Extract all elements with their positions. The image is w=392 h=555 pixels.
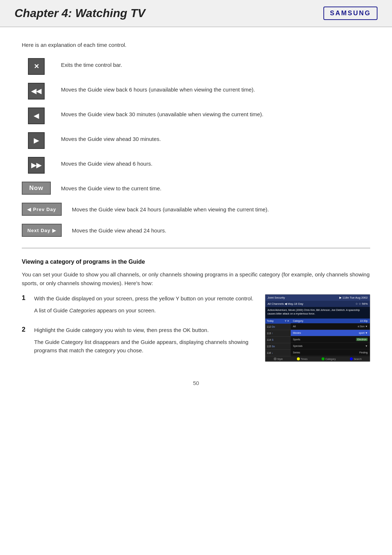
double-back-icon-container: ◀◀ xyxy=(22,83,51,100)
double-fwd-description: Moves the Guide view ahead 6 hours. xyxy=(61,157,152,168)
tv-cat-movies-right: sport ▼ xyxy=(359,332,368,334)
single-back-icon-container: ◀ xyxy=(22,108,51,124)
tv-screenshot: Joint Security ▶ 118n Tue Aug 2002 All C… xyxy=(265,294,370,362)
tv-cat-item-sports: Sports Electron xyxy=(291,336,370,343)
now-button-icon: Now xyxy=(22,182,51,195)
tv-ch-label-So: So xyxy=(272,345,275,348)
tv-channel-row-112: 112 Do xyxy=(265,324,291,330)
tv-category-header: Category 10:30p xyxy=(291,319,370,323)
step-1: 1 With the Guide displayed on your scree… xyxy=(22,294,254,319)
single-fwd-icon-container: ▶ xyxy=(22,132,51,149)
tv-ch-label-a: ↑ xyxy=(272,332,273,335)
tv-program-desc: Action/Adventure, Movie (2000) Chris Kim… xyxy=(265,307,370,319)
tv-cat-series-right: Finding xyxy=(359,351,368,354)
tv-top-bar: Joint Security ▶ 118n Tue Aug 2002 xyxy=(265,295,370,301)
tv-button-row: Style Times Category Search xyxy=(265,356,370,361)
page-header: Chapter 4: Watching TV SAMSUNG xyxy=(0,0,392,27)
tv-btn-style: Style xyxy=(274,357,283,360)
single-back-description: Moves the Guide view back 30 minutes (un… xyxy=(61,108,264,119)
category-section-heading: Viewing a category of programs in the Gu… xyxy=(22,259,370,265)
tv-time-label: Y ✕ xyxy=(285,320,290,323)
tv-cat-specials: Specials xyxy=(293,345,302,347)
section-divider xyxy=(22,248,370,248)
tv-top-right: ▶ 118n Tue Aug 2002 xyxy=(339,296,368,299)
tv-cat-specials-right: ▼ xyxy=(365,345,368,347)
tv-ch-label-Do2: ↓ xyxy=(272,352,273,354)
tv-btn-category-label: Category xyxy=(325,358,335,360)
step-1-text: With the Guide displayed on your screen,… xyxy=(34,295,253,301)
tv-ch-label-Do: Do xyxy=(272,325,275,328)
step-1-sub-suffix: appears on your screen. xyxy=(95,307,156,313)
single-fwd-description: Moves the Guide view ahead 30 minutes. xyxy=(61,132,161,143)
tv-ch-num-114: 114 xyxy=(267,339,271,341)
control-row-now: Now Moves the Guide view to the current … xyxy=(22,182,370,195)
tv-channel-row-114: 114 S xyxy=(265,337,291,343)
tv-ch-num-116: 116 xyxy=(267,352,271,354)
now-icon-container: Now xyxy=(22,182,51,195)
tv-category-list: Category 10:30p All e:Son ▼ Movies sport… xyxy=(291,319,370,356)
btn-search-icon xyxy=(350,357,353,360)
step-1-number: 1 xyxy=(22,294,29,302)
tv-btn-style-label: Style xyxy=(277,358,283,360)
tv-ch-num-112: 112 xyxy=(267,325,271,328)
tv-today-label: Today xyxy=(267,320,274,323)
control-row-single-fwd: ▶ Moves the Guide view ahead 30 minutes. xyxy=(22,132,370,149)
control-row-single-back: ◀ Moves the Guide view back 30 minutes (… xyxy=(22,108,370,124)
tv-cat-sports: Sports xyxy=(293,338,300,341)
double-back-description: Moves the Guide view back 6 hours (unava… xyxy=(61,83,255,94)
step-2-number: 2 xyxy=(22,326,29,333)
tv-program-text: Action/Adventure, Movie (2000) Chris Kim… xyxy=(268,309,360,315)
steps-area: 1 With the Guide displayed on your scree… xyxy=(22,294,370,365)
tv-channel-label: All Channels ◀ May-18 Day xyxy=(268,302,303,305)
btn-times-icon xyxy=(297,357,300,360)
tv-title: Joint Security xyxy=(268,296,285,299)
tv-btn-search-label: Search xyxy=(354,358,362,360)
tv-cat-item-all: All e:Son ▼ xyxy=(291,323,370,330)
tv-channel-right: ☆ ☆ 56% xyxy=(355,302,368,305)
step-1-content: With the Guide displayed on your screen,… xyxy=(34,294,253,319)
next-day-button-icon: Next Day ▶ xyxy=(22,224,62,237)
tv-cat-item-series: Series Finding xyxy=(291,349,370,356)
page-number: 50 xyxy=(22,380,370,386)
tv-cat-item-movies: Movies sport ▼ xyxy=(291,330,370,336)
prev-day-icon-container: ◀ Prev Day xyxy=(22,203,62,216)
double-back-icon: ◀◀ xyxy=(28,83,45,100)
control-table: ✕ Exits the time control bar. ◀◀ Moves t… xyxy=(22,58,370,237)
tv-channel-row-115: 115 So xyxy=(265,343,291,350)
tv-cat-movies: Movies xyxy=(293,332,301,334)
double-fwd-icon: ▶▶ xyxy=(28,157,45,174)
control-row-next-day: Next Day ▶ Moves the Guide view ahead 24… xyxy=(22,224,370,237)
step-2-sub-text: The Guide Category list disappears and t… xyxy=(34,339,248,353)
tv-btn-times-label: Times xyxy=(301,358,307,360)
prev-day-button-icon: ◀ Prev Day xyxy=(22,203,62,216)
control-row-x: ✕ Exits the time control bar. xyxy=(22,58,370,75)
exit-icon-container: ✕ xyxy=(22,58,51,75)
double-fwd-icon-container: ▶▶ xyxy=(22,157,51,174)
tv-btn-category: Category xyxy=(322,357,335,360)
tv-ch-num-113: 113 xyxy=(267,332,271,335)
step-2-content: Highlight the Guide category you wish to… xyxy=(34,326,254,358)
step-1-italic: Categories xyxy=(69,307,96,313)
tv-ch-num-115: 115 xyxy=(267,345,271,348)
step-2: 2 Highlight the Guide category you wish … xyxy=(22,326,254,358)
tv-cat-time: 10:30p xyxy=(360,320,368,322)
category-section: Viewing a category of programs in the Gu… xyxy=(22,259,370,365)
tv-cat-series: Series xyxy=(293,351,300,354)
exit-description: Exits the time control bar. xyxy=(61,58,122,69)
tv-btn-search: Search xyxy=(350,357,362,360)
single-back-icon: ◀ xyxy=(28,108,45,124)
tv-channel-info: All Channels ◀ May-18 Day ☆ ☆ 56% xyxy=(265,301,370,307)
steps-text: 1 With the Guide displayed on your scree… xyxy=(22,294,254,365)
control-row-double-fwd: ▶▶ Moves the Guide view ahead 6 hours. xyxy=(22,157,370,174)
next-day-icon-container: Next Day ▶ xyxy=(22,224,62,237)
tv-channel-list: Today Y ✕ 112 Do 113 ↑ 114 S xyxy=(265,319,291,356)
control-row-double-back: ◀◀ Moves the Guide view back 6 hours (un… xyxy=(22,83,370,100)
tv-btn-times: Times xyxy=(297,357,307,360)
tv-grid: Today Y ✕ 112 Do 113 ↑ 114 S xyxy=(265,319,370,356)
intro-text: Here is an explanation of each time cont… xyxy=(22,42,370,48)
step-1-sub: A list of Guide Categories appears on yo… xyxy=(34,306,253,315)
category-section-intro: You can set your Guide to show you all c… xyxy=(22,270,370,288)
tv-cat-sports-right: Electron xyxy=(356,338,368,341)
next-day-description: Moves the Guide view ahead 24 hours. xyxy=(72,224,166,235)
tv-channel-row-113: 113 ↑ xyxy=(265,330,291,337)
